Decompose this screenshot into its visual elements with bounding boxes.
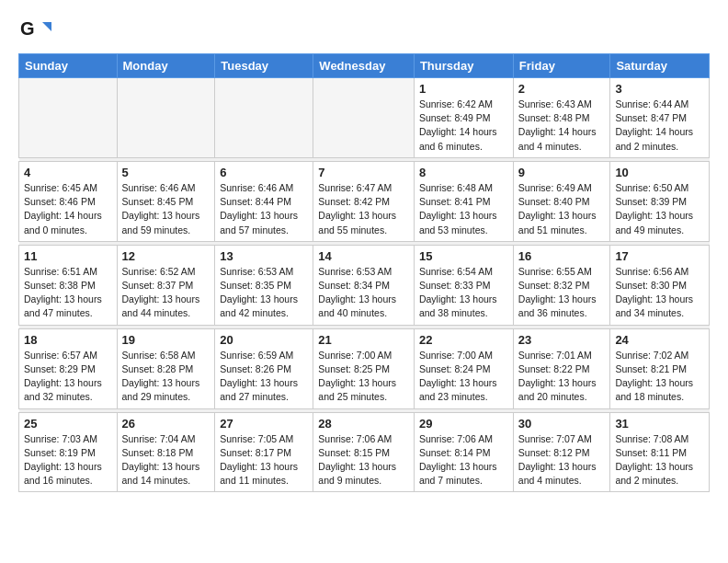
col-header-tuesday: Tuesday bbox=[215, 54, 313, 78]
cell-info: Sunrise: 7:01 AMSunset: 8:22 PMDaylight:… bbox=[518, 349, 606, 405]
calendar: SundayMondayTuesdayWednesdayThursdayFrid… bbox=[18, 53, 710, 492]
cell-day-number: 7 bbox=[318, 166, 409, 179]
cell-day-number: 16 bbox=[518, 249, 606, 263]
week-row-1: 1Sunrise: 6:42 AMSunset: 8:49 PMDaylight… bbox=[19, 78, 710, 158]
cell-info: Sunrise: 7:00 AMSunset: 8:25 PMDaylight:… bbox=[318, 349, 409, 405]
cell-day-number: 24 bbox=[615, 333, 704, 347]
cell-day-number: 19 bbox=[122, 333, 210, 347]
col-header-saturday: Saturday bbox=[610, 54, 710, 78]
cell-day-number: 31 bbox=[615, 417, 704, 431]
cell-day-number: 20 bbox=[220, 333, 308, 347]
cell-day-number: 10 bbox=[615, 166, 704, 179]
calendar-cell: 26Sunrise: 7:04 AMSunset: 8:18 PMDayligh… bbox=[117, 412, 215, 492]
logo-icon: G bbox=[18, 15, 51, 48]
calendar-cell: 31Sunrise: 7:08 AMSunset: 8:11 PMDayligh… bbox=[610, 412, 710, 492]
calendar-cell: 4Sunrise: 6:45 AMSunset: 8:46 PMDaylight… bbox=[19, 161, 118, 241]
logo: G bbox=[18, 15, 55, 48]
cell-info: Sunrise: 7:08 AMSunset: 8:11 PMDaylight:… bbox=[615, 432, 704, 488]
cell-day-number: 1 bbox=[419, 82, 508, 96]
cell-info: Sunrise: 6:59 AMSunset: 8:26 PMDaylight:… bbox=[220, 349, 308, 405]
calendar-header-row: SundayMondayTuesdayWednesdayThursdayFrid… bbox=[19, 54, 710, 78]
cell-info: Sunrise: 6:47 AMSunset: 8:42 PMDaylight:… bbox=[318, 181, 409, 237]
calendar-cell: 12Sunrise: 6:52 AMSunset: 8:37 PMDayligh… bbox=[117, 245, 215, 325]
cell-day-number: 15 bbox=[419, 249, 508, 263]
svg-text:G: G bbox=[20, 18, 35, 39]
week-row-2: 4Sunrise: 6:45 AMSunset: 8:46 PMDaylight… bbox=[19, 161, 710, 241]
cell-day-number: 23 bbox=[518, 333, 606, 347]
calendar-cell: 17Sunrise: 6:56 AMSunset: 8:30 PMDayligh… bbox=[610, 245, 710, 325]
header: G bbox=[18, 15, 710, 48]
cell-info: Sunrise: 6:55 AMSunset: 8:32 PMDaylight:… bbox=[518, 265, 606, 321]
cell-day-number: 27 bbox=[220, 417, 308, 431]
calendar-cell: 28Sunrise: 7:06 AMSunset: 8:15 PMDayligh… bbox=[313, 412, 415, 492]
calendar-cell: 23Sunrise: 7:01 AMSunset: 8:22 PMDayligh… bbox=[513, 328, 610, 408]
cell-info: Sunrise: 7:05 AMSunset: 8:17 PMDaylight:… bbox=[220, 432, 308, 488]
calendar-cell: 13Sunrise: 6:53 AMSunset: 8:35 PMDayligh… bbox=[215, 245, 313, 325]
cell-day-number: 22 bbox=[419, 333, 508, 347]
calendar-cell bbox=[117, 78, 215, 158]
cell-day-number: 13 bbox=[220, 249, 308, 263]
cell-day-number: 11 bbox=[24, 249, 112, 263]
cell-info: Sunrise: 6:42 AMSunset: 8:49 PMDaylight:… bbox=[419, 98, 508, 154]
cell-info: Sunrise: 6:58 AMSunset: 8:28 PMDaylight:… bbox=[122, 349, 210, 405]
col-header-sunday: Sunday bbox=[19, 54, 118, 78]
cell-day-number: 12 bbox=[122, 249, 210, 263]
calendar-cell: 18Sunrise: 6:57 AMSunset: 8:29 PMDayligh… bbox=[19, 328, 118, 408]
cell-info: Sunrise: 7:02 AMSunset: 8:21 PMDaylight:… bbox=[615, 349, 704, 405]
cell-day-number: 3 bbox=[615, 82, 704, 96]
week-row-5: 25Sunrise: 7:03 AMSunset: 8:19 PMDayligh… bbox=[19, 412, 710, 492]
cell-day-number: 14 bbox=[318, 249, 409, 263]
cell-info: Sunrise: 7:07 AMSunset: 8:12 PMDaylight:… bbox=[518, 432, 606, 488]
cell-day-number: 30 bbox=[518, 417, 606, 431]
cell-info: Sunrise: 6:53 AMSunset: 8:35 PMDaylight:… bbox=[220, 265, 308, 321]
cell-info: Sunrise: 6:56 AMSunset: 8:30 PMDaylight:… bbox=[615, 265, 704, 321]
calendar-cell: 16Sunrise: 6:55 AMSunset: 8:32 PMDayligh… bbox=[513, 245, 610, 325]
cell-info: Sunrise: 6:53 AMSunset: 8:34 PMDaylight:… bbox=[318, 265, 409, 321]
cell-day-number: 29 bbox=[419, 417, 508, 431]
cell-info: Sunrise: 6:46 AMSunset: 8:45 PMDaylight:… bbox=[122, 181, 210, 237]
cell-info: Sunrise: 7:03 AMSunset: 8:19 PMDaylight:… bbox=[24, 432, 112, 488]
calendar-cell bbox=[19, 78, 118, 158]
calendar-cell: 15Sunrise: 6:54 AMSunset: 8:33 PMDayligh… bbox=[414, 245, 513, 325]
svg-marker-1 bbox=[42, 22, 51, 31]
cell-day-number: 18 bbox=[24, 333, 112, 347]
calendar-cell: 20Sunrise: 6:59 AMSunset: 8:26 PMDayligh… bbox=[215, 328, 313, 408]
calendar-cell: 5Sunrise: 6:46 AMSunset: 8:45 PMDaylight… bbox=[117, 161, 215, 241]
calendar-cell: 8Sunrise: 6:48 AMSunset: 8:41 PMDaylight… bbox=[414, 161, 513, 241]
cell-info: Sunrise: 7:06 AMSunset: 8:15 PMDaylight:… bbox=[318, 432, 409, 488]
cell-info: Sunrise: 6:48 AMSunset: 8:41 PMDaylight:… bbox=[419, 181, 508, 237]
calendar-cell: 6Sunrise: 6:46 AMSunset: 8:44 PMDaylight… bbox=[215, 161, 313, 241]
calendar-cell: 19Sunrise: 6:58 AMSunset: 8:28 PMDayligh… bbox=[117, 328, 215, 408]
cell-day-number: 4 bbox=[24, 166, 112, 179]
cell-info: Sunrise: 7:04 AMSunset: 8:18 PMDaylight:… bbox=[122, 432, 210, 488]
cell-info: Sunrise: 6:49 AMSunset: 8:40 PMDaylight:… bbox=[518, 181, 606, 237]
cell-info: Sunrise: 6:45 AMSunset: 8:46 PMDaylight:… bbox=[24, 181, 112, 237]
cell-day-number: 26 bbox=[122, 417, 210, 431]
cell-day-number: 8 bbox=[419, 166, 508, 179]
calendar-cell: 22Sunrise: 7:00 AMSunset: 8:24 PMDayligh… bbox=[414, 328, 513, 408]
cell-info: Sunrise: 6:46 AMSunset: 8:44 PMDaylight:… bbox=[220, 181, 308, 237]
cell-info: Sunrise: 6:57 AMSunset: 8:29 PMDaylight:… bbox=[24, 349, 112, 405]
calendar-cell: 3Sunrise: 6:44 AMSunset: 8:47 PMDaylight… bbox=[610, 78, 710, 158]
cell-info: Sunrise: 6:50 AMSunset: 8:39 PMDaylight:… bbox=[615, 181, 704, 237]
calendar-cell: 2Sunrise: 6:43 AMSunset: 8:48 PMDaylight… bbox=[513, 78, 610, 158]
week-row-4: 18Sunrise: 6:57 AMSunset: 8:29 PMDayligh… bbox=[19, 328, 710, 408]
cell-info: Sunrise: 6:51 AMSunset: 8:38 PMDaylight:… bbox=[24, 265, 112, 321]
page: G SundayMondayTuesdayWednesdayThursdayFr… bbox=[0, 0, 728, 501]
cell-info: Sunrise: 6:52 AMSunset: 8:37 PMDaylight:… bbox=[122, 265, 210, 321]
calendar-cell: 9Sunrise: 6:49 AMSunset: 8:40 PMDaylight… bbox=[513, 161, 610, 241]
calendar-cell: 27Sunrise: 7:05 AMSunset: 8:17 PMDayligh… bbox=[215, 412, 313, 492]
calendar-cell: 29Sunrise: 7:06 AMSunset: 8:14 PMDayligh… bbox=[414, 412, 513, 492]
calendar-cell bbox=[313, 78, 415, 158]
week-row-3: 11Sunrise: 6:51 AMSunset: 8:38 PMDayligh… bbox=[19, 245, 710, 325]
cell-info: Sunrise: 7:06 AMSunset: 8:14 PMDaylight:… bbox=[419, 432, 508, 488]
cell-day-number: 25 bbox=[24, 417, 112, 431]
cell-info: Sunrise: 7:00 AMSunset: 8:24 PMDaylight:… bbox=[419, 349, 508, 405]
calendar-cell: 10Sunrise: 6:50 AMSunset: 8:39 PMDayligh… bbox=[610, 161, 710, 241]
calendar-cell: 7Sunrise: 6:47 AMSunset: 8:42 PMDaylight… bbox=[313, 161, 415, 241]
cell-info: Sunrise: 6:43 AMSunset: 8:48 PMDaylight:… bbox=[518, 98, 606, 154]
cell-day-number: 2 bbox=[518, 82, 606, 96]
cell-day-number: 28 bbox=[318, 417, 409, 431]
calendar-cell bbox=[215, 78, 313, 158]
col-header-monday: Monday bbox=[117, 54, 215, 78]
